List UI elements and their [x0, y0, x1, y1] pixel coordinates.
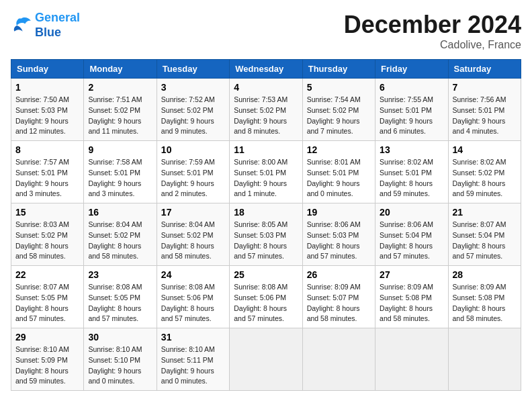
day-number: 29 — [15, 332, 79, 342]
day-number: 17 — [161, 207, 225, 218]
calendar-cell: 6 Sunrise: 7:55 AM Sunset: 5:01 PM Dayli… — [375, 79, 448, 141]
logo: General Blue — [11, 11, 80, 40]
week-row-1: 1 Sunrise: 7:50 AM Sunset: 5:03 PM Dayli… — [11, 79, 521, 141]
day-number: 20 — [380, 207, 443, 218]
calendar-cell: 9 Sunrise: 7:58 AM Sunset: 5:01 PM Dayli… — [84, 141, 157, 203]
calendar-cell: 26 Sunrise: 8:09 AM Sunset: 5:07 PM Dayl… — [302, 266, 375, 328]
day-number: 21 — [453, 207, 517, 218]
day-number: 7 — [453, 82, 517, 93]
calendar-cell: 12 Sunrise: 8:01 AM Sunset: 5:01 PM Dayl… — [302, 141, 375, 203]
day-info: Sunrise: 8:07 AM Sunset: 5:04 PM Dayligh… — [453, 220, 517, 262]
col-header-saturday: Saturday — [448, 60, 521, 79]
day-info: Sunrise: 8:08 AM Sunset: 5:06 PM Dayligh… — [234, 282, 298, 324]
day-number: 23 — [88, 269, 152, 280]
day-info: Sunrise: 8:06 AM Sunset: 5:04 PM Dayligh… — [380, 220, 443, 262]
day-number: 9 — [88, 144, 152, 155]
day-info: Sunrise: 8:05 AM Sunset: 5:03 PM Dayligh… — [234, 220, 298, 262]
day-info: Sunrise: 8:10 AM Sunset: 5:11 PM Dayligh… — [161, 345, 225, 387]
month-title: December 2024 — [344, 11, 521, 39]
calendar-cell: 1 Sunrise: 7:50 AM Sunset: 5:03 PM Dayli… — [11, 79, 84, 141]
day-info: Sunrise: 7:50 AM Sunset: 5:03 PM Dayligh… — [15, 95, 79, 137]
day-number: 4 — [234, 82, 298, 93]
calendar-cell: 17 Sunrise: 8:04 AM Sunset: 5:02 PM Dayl… — [157, 203, 229, 266]
day-number: 1 — [15, 82, 79, 93]
calendar-cell: 2 Sunrise: 7:51 AM Sunset: 5:02 PM Dayli… — [84, 79, 157, 141]
day-number: 10 — [161, 144, 225, 155]
calendar-cell: 24 Sunrise: 8:08 AM Sunset: 5:06 PM Dayl… — [157, 266, 229, 328]
title-block: December 2024 Cadolive, France — [344, 11, 521, 51]
day-number: 6 — [380, 82, 443, 93]
day-number: 5 — [307, 82, 371, 93]
logo-text: General Blue — [35, 11, 80, 40]
col-header-wednesday: Wednesday — [230, 60, 302, 79]
day-number: 27 — [380, 269, 443, 280]
calendar-cell: 23 Sunrise: 8:08 AM Sunset: 5:05 PM Dayl… — [84, 266, 157, 328]
day-number: 12 — [307, 144, 371, 155]
day-number: 14 — [453, 144, 517, 155]
week-row-5: 29 Sunrise: 8:10 AM Sunset: 5:09 PM Dayl… — [11, 328, 521, 391]
calendar-cell: 25 Sunrise: 8:08 AM Sunset: 5:06 PM Dayl… — [230, 266, 302, 328]
day-number: 31 — [161, 332, 225, 342]
calendar-cell: 13 Sunrise: 8:02 AM Sunset: 5:01 PM Dayl… — [375, 141, 448, 203]
day-number: 8 — [15, 144, 79, 155]
calendar-cell: 14 Sunrise: 8:02 AM Sunset: 5:02 PM Dayl… — [448, 141, 521, 203]
day-info: Sunrise: 7:58 AM Sunset: 5:01 PM Dayligh… — [88, 157, 152, 199]
col-header-friday: Friday — [375, 60, 448, 79]
day-info: Sunrise: 7:55 AM Sunset: 5:01 PM Dayligh… — [380, 95, 443, 137]
calendar-cell: 20 Sunrise: 8:06 AM Sunset: 5:04 PM Dayl… — [375, 203, 448, 266]
calendar-cell — [230, 328, 302, 391]
day-info: Sunrise: 8:01 AM Sunset: 5:01 PM Dayligh… — [307, 157, 371, 199]
calendar-cell: 29 Sunrise: 8:10 AM Sunset: 5:09 PM Dayl… — [11, 328, 84, 391]
day-info: Sunrise: 8:07 AM Sunset: 5:05 PM Dayligh… — [15, 282, 79, 324]
calendar-cell: 27 Sunrise: 8:09 AM Sunset: 5:08 PM Dayl… — [375, 266, 448, 328]
day-number: 16 — [88, 207, 152, 218]
day-info: Sunrise: 8:09 AM Sunset: 5:08 PM Dayligh… — [380, 282, 443, 324]
day-info: Sunrise: 7:57 AM Sunset: 5:01 PM Dayligh… — [15, 157, 79, 199]
day-info: Sunrise: 8:09 AM Sunset: 5:07 PM Dayligh… — [307, 282, 371, 324]
day-info: Sunrise: 8:08 AM Sunset: 5:06 PM Dayligh… — [161, 282, 225, 324]
day-number: 30 — [88, 332, 152, 342]
week-row-4: 22 Sunrise: 8:07 AM Sunset: 5:05 PM Dayl… — [11, 266, 521, 328]
day-info: Sunrise: 8:09 AM Sunset: 5:08 PM Dayligh… — [453, 282, 517, 324]
day-info: Sunrise: 7:51 AM Sunset: 5:02 PM Dayligh… — [88, 95, 152, 137]
day-info: Sunrise: 8:10 AM Sunset: 5:10 PM Dayligh… — [88, 345, 152, 387]
day-info: Sunrise: 7:52 AM Sunset: 5:02 PM Dayligh… — [161, 95, 225, 137]
location: Cadolive, France — [344, 39, 521, 51]
day-number: 13 — [380, 144, 443, 155]
day-info: Sunrise: 8:10 AM Sunset: 5:09 PM Dayligh… — [15, 345, 79, 387]
day-info: Sunrise: 8:02 AM Sunset: 5:01 PM Dayligh… — [380, 157, 443, 199]
day-number: 18 — [234, 207, 298, 218]
day-number: 11 — [234, 144, 298, 155]
day-info: Sunrise: 8:04 AM Sunset: 5:02 PM Dayligh… — [161, 220, 225, 262]
calendar-cell: 16 Sunrise: 8:04 AM Sunset: 5:02 PM Dayl… — [84, 203, 157, 266]
calendar-cell — [448, 328, 521, 391]
day-info: Sunrise: 7:56 AM Sunset: 5:01 PM Dayligh… — [453, 95, 517, 137]
day-info: Sunrise: 8:06 AM Sunset: 5:03 PM Dayligh… — [307, 220, 371, 262]
day-number: 19 — [307, 207, 371, 218]
day-info: Sunrise: 8:00 AM Sunset: 5:01 PM Dayligh… — [234, 157, 298, 199]
calendar-cell: 7 Sunrise: 7:56 AM Sunset: 5:01 PM Dayli… — [448, 79, 521, 141]
day-info: Sunrise: 7:59 AM Sunset: 5:01 PM Dayligh… — [161, 157, 225, 199]
col-header-sunday: Sunday — [11, 60, 84, 79]
week-row-3: 15 Sunrise: 8:03 AM Sunset: 5:02 PM Dayl… — [11, 203, 521, 266]
day-info: Sunrise: 8:04 AM Sunset: 5:02 PM Dayligh… — [88, 220, 152, 262]
calendar-cell: 21 Sunrise: 8:07 AM Sunset: 5:04 PM Dayl… — [448, 203, 521, 266]
day-number: 22 — [15, 269, 79, 280]
calendar-cell: 22 Sunrise: 8:07 AM Sunset: 5:05 PM Dayl… — [11, 266, 84, 328]
calendar-cell: 11 Sunrise: 8:00 AM Sunset: 5:01 PM Dayl… — [230, 141, 302, 203]
calendar-cell: 8 Sunrise: 7:57 AM Sunset: 5:01 PM Dayli… — [11, 141, 84, 203]
day-number: 3 — [161, 82, 225, 93]
col-header-monday: Monday — [84, 60, 157, 79]
calendar-cell: 30 Sunrise: 8:10 AM Sunset: 5:10 PM Dayl… — [84, 328, 157, 391]
day-info: Sunrise: 8:03 AM Sunset: 5:02 PM Dayligh… — [15, 220, 79, 262]
calendar-cell: 15 Sunrise: 8:03 AM Sunset: 5:02 PM Dayl… — [11, 203, 84, 266]
day-info: Sunrise: 7:54 AM Sunset: 5:02 PM Dayligh… — [307, 95, 371, 137]
col-header-tuesday: Tuesday — [157, 60, 229, 79]
day-number: 26 — [307, 269, 371, 280]
header-row: SundayMondayTuesdayWednesdayThursdayFrid… — [11, 60, 521, 79]
day-number: 2 — [88, 82, 152, 93]
day-number: 28 — [453, 269, 517, 280]
page-header: General Blue December 2024 Cadolive, Fra… — [11, 11, 521, 51]
week-row-2: 8 Sunrise: 7:57 AM Sunset: 5:01 PM Dayli… — [11, 141, 521, 203]
calendar-cell: 31 Sunrise: 8:10 AM Sunset: 5:11 PM Dayl… — [157, 328, 229, 391]
